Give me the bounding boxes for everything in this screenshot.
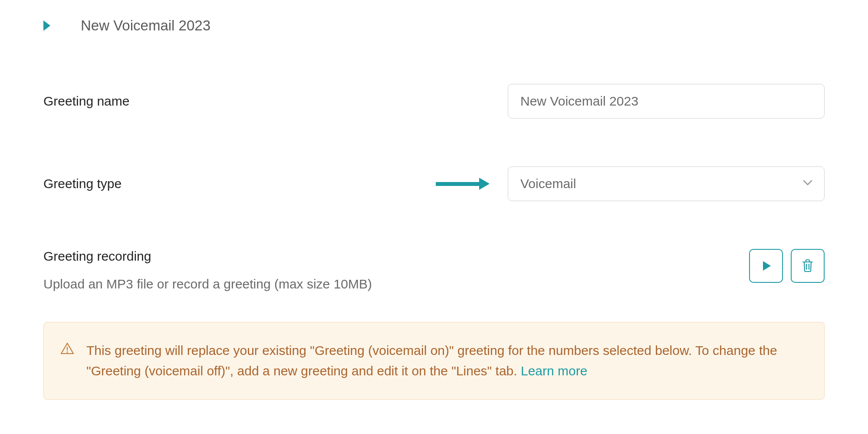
row-greeting-type: Greeting type Voicemail — [43, 166, 825, 201]
learn-more-link[interactable]: Learn more — [521, 364, 587, 378]
greeting-name-input[interactable] — [508, 84, 825, 119]
play-button[interactable] — [749, 249, 783, 283]
warning-message: This greeting will replace your existing… — [86, 343, 777, 378]
row-greeting-name: Greeting name — [43, 84, 825, 119]
page: New Voicemail 2023 Greeting name Greetin… — [0, 0, 868, 400]
chevron-down-icon — [803, 180, 812, 188]
disclosure-triangle-icon[interactable] — [43, 20, 50, 31]
greeting-type-value: Voicemail — [520, 176, 576, 191]
greeting-name-label: Greeting name — [43, 94, 129, 109]
row-greeting-recording: Greeting recording Upload an MP3 file or… — [43, 249, 825, 292]
greeting-recording-help: Upload an MP3 file or record a greeting … — [43, 277, 372, 292]
warning-icon — [60, 342, 74, 381]
warning-alert: This greeting will replace your existing… — [43, 322, 825, 400]
trash-icon — [801, 258, 814, 274]
warning-text: This greeting will replace your existing… — [86, 341, 808, 381]
play-icon — [763, 261, 771, 271]
greeting-type-label: Greeting type — [43, 176, 122, 191]
annotation-arrow-icon — [436, 178, 490, 190]
section-title: New Voicemail 2023 — [81, 17, 210, 34]
greeting-recording-label: Greeting recording — [43, 249, 372, 264]
delete-button[interactable] — [791, 249, 825, 283]
section-header: New Voicemail 2023 — [43, 17, 825, 34]
greeting-type-select[interactable]: Voicemail — [508, 166, 825, 201]
svg-point-0 — [67, 352, 67, 352]
